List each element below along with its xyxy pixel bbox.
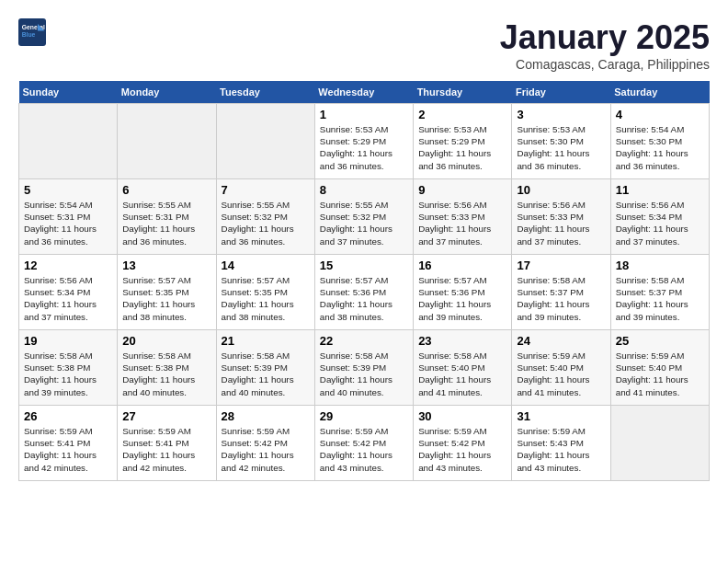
calendar-week-row: 12Sunrise: 5:56 AM Sunset: 5:34 PM Dayli… [19, 255, 710, 330]
location-subtitle: Comagascas, Caraga, Philippines [500, 57, 710, 72]
day-number: 21 [222, 334, 310, 348]
day-number: 8 [320, 183, 408, 197]
calendar-cell: 19Sunrise: 5:58 AM Sunset: 5:38 PM Dayli… [19, 330, 118, 406]
calendar-table: SundayMondayTuesdayWednesdayThursdayFrid… [18, 81, 710, 481]
weekday-header-row: SundayMondayTuesdayWednesdayThursdayFrid… [19, 81, 710, 104]
day-number: 9 [418, 183, 506, 197]
day-info: Sunrise: 5:54 AM Sunset: 5:31 PM Dayligh… [24, 199, 112, 247]
day-number: 1 [320, 108, 408, 121]
calendar-cell: 21Sunrise: 5:58 AM Sunset: 5:39 PM Dayli… [216, 330, 314, 406]
weekday-header-saturday: Saturday [610, 81, 709, 104]
day-info: Sunrise: 5:59 AM Sunset: 5:41 PM Dayligh… [122, 425, 210, 474]
day-number: 15 [320, 259, 408, 272]
calendar-cell: 7Sunrise: 5:55 AM Sunset: 5:32 PM Daylig… [216, 179, 314, 255]
day-number: 20 [122, 334, 210, 348]
day-number: 18 [616, 259, 704, 272]
calendar-cell: 12Sunrise: 5:56 AM Sunset: 5:34 PM Dayli… [19, 255, 118, 330]
day-number: 22 [320, 334, 408, 348]
weekday-header-thursday: Thursday [414, 81, 512, 104]
calendar-cell [610, 406, 709, 481]
calendar-cell: 3Sunrise: 5:53 AM Sunset: 5:30 PM Daylig… [512, 104, 610, 179]
day-number: 23 [418, 334, 506, 348]
day-number: 4 [616, 108, 704, 121]
day-number: 31 [517, 409, 605, 423]
calendar-cell: 24Sunrise: 5:59 AM Sunset: 5:40 PM Dayli… [512, 330, 610, 406]
day-number: 3 [517, 108, 605, 121]
day-info: Sunrise: 5:57 AM Sunset: 5:35 PM Dayligh… [122, 274, 210, 323]
day-number: 26 [24, 409, 112, 423]
day-info: Sunrise: 5:58 AM Sunset: 5:38 PM Dayligh… [122, 350, 210, 398]
day-info: Sunrise: 5:53 AM Sunset: 5:29 PM Dayligh… [320, 123, 408, 172]
calendar-cell: 2Sunrise: 5:53 AM Sunset: 5:29 PM Daylig… [414, 104, 512, 179]
calendar-cell: 15Sunrise: 5:57 AM Sunset: 5:36 PM Dayli… [314, 255, 413, 330]
day-number: 28 [222, 409, 310, 423]
day-info: Sunrise: 5:59 AM Sunset: 5:42 PM Dayligh… [418, 425, 506, 474]
calendar-cell: 11Sunrise: 5:56 AM Sunset: 5:34 PM Dayli… [610, 179, 709, 255]
calendar-cell: 10Sunrise: 5:56 AM Sunset: 5:33 PM Dayli… [512, 179, 610, 255]
day-info: Sunrise: 5:59 AM Sunset: 5:42 PM Dayligh… [222, 425, 310, 474]
calendar-cell [19, 104, 118, 179]
day-info: Sunrise: 5:53 AM Sunset: 5:30 PM Dayligh… [517, 123, 605, 172]
day-info: Sunrise: 5:58 AM Sunset: 5:37 PM Dayligh… [616, 274, 704, 323]
calendar-cell: 20Sunrise: 5:58 AM Sunset: 5:38 PM Dayli… [118, 330, 216, 406]
calendar-cell: 8Sunrise: 5:55 AM Sunset: 5:32 PM Daylig… [314, 179, 413, 255]
day-info: Sunrise: 5:55 AM Sunset: 5:31 PM Dayligh… [122, 199, 210, 247]
calendar-cell: 16Sunrise: 5:57 AM Sunset: 5:36 PM Dayli… [414, 255, 512, 330]
weekday-header-sunday: Sunday [19, 81, 118, 104]
day-number: 24 [517, 334, 605, 348]
weekday-header-monday: Monday [118, 81, 216, 104]
calendar-cell: 13Sunrise: 5:57 AM Sunset: 5:35 PM Dayli… [118, 255, 216, 330]
day-number: 7 [222, 183, 310, 197]
calendar-cell: 17Sunrise: 5:58 AM Sunset: 5:37 PM Dayli… [512, 255, 610, 330]
day-info: Sunrise: 5:57 AM Sunset: 5:35 PM Dayligh… [222, 274, 310, 323]
calendar-cell: 18Sunrise: 5:58 AM Sunset: 5:37 PM Dayli… [610, 255, 709, 330]
calendar-cell: 23Sunrise: 5:58 AM Sunset: 5:40 PM Dayli… [414, 330, 512, 406]
calendar-cell: 6Sunrise: 5:55 AM Sunset: 5:31 PM Daylig… [118, 179, 216, 255]
calendar-week-row: 19Sunrise: 5:58 AM Sunset: 5:38 PM Dayli… [19, 330, 710, 406]
svg-text:Blue: Blue [22, 31, 36, 38]
day-info: Sunrise: 5:59 AM Sunset: 5:40 PM Dayligh… [616, 350, 704, 398]
calendar-cell: 28Sunrise: 5:59 AM Sunset: 5:42 PM Dayli… [216, 406, 314, 481]
calendar-cell [216, 104, 314, 179]
calendar-cell: 4Sunrise: 5:54 AM Sunset: 5:30 PM Daylig… [610, 104, 709, 179]
day-info: Sunrise: 5:58 AM Sunset: 5:38 PM Dayligh… [24, 350, 112, 398]
page-header: General Blue January 2025 Comagascas, Ca… [18, 18, 710, 72]
day-info: Sunrise: 5:59 AM Sunset: 5:40 PM Dayligh… [517, 350, 605, 398]
day-info: Sunrise: 5:53 AM Sunset: 5:29 PM Dayligh… [418, 123, 506, 172]
day-number: 29 [320, 409, 408, 423]
calendar-cell: 1Sunrise: 5:53 AM Sunset: 5:29 PM Daylig… [314, 104, 413, 179]
day-info: Sunrise: 5:55 AM Sunset: 5:32 PM Dayligh… [320, 199, 408, 247]
day-info: Sunrise: 5:57 AM Sunset: 5:36 PM Dayligh… [418, 274, 506, 323]
day-info: Sunrise: 5:55 AM Sunset: 5:32 PM Dayligh… [222, 199, 310, 247]
day-info: Sunrise: 5:58 AM Sunset: 5:37 PM Dayligh… [517, 274, 605, 323]
day-number: 14 [222, 259, 310, 272]
day-number: 16 [418, 259, 506, 272]
day-number: 25 [616, 334, 704, 348]
day-info: Sunrise: 5:54 AM Sunset: 5:30 PM Dayligh… [616, 123, 704, 172]
title-block: January 2025 Comagascas, Caraga, Philipp… [500, 18, 710, 72]
day-number: 27 [122, 409, 210, 423]
calendar-cell: 14Sunrise: 5:57 AM Sunset: 5:35 PM Dayli… [216, 255, 314, 330]
day-info: Sunrise: 5:56 AM Sunset: 5:33 PM Dayligh… [517, 199, 605, 247]
day-info: Sunrise: 5:58 AM Sunset: 5:39 PM Dayligh… [320, 350, 408, 398]
calendar-cell: 31Sunrise: 5:59 AM Sunset: 5:43 PM Dayli… [512, 406, 610, 481]
day-number: 30 [418, 409, 506, 423]
day-info: Sunrise: 5:57 AM Sunset: 5:36 PM Dayligh… [320, 274, 408, 323]
calendar-cell: 27Sunrise: 5:59 AM Sunset: 5:41 PM Dayli… [118, 406, 216, 481]
calendar-week-row: 26Sunrise: 5:59 AM Sunset: 5:41 PM Dayli… [19, 406, 710, 481]
day-info: Sunrise: 5:58 AM Sunset: 5:39 PM Dayligh… [222, 350, 310, 398]
calendar-cell: 5Sunrise: 5:54 AM Sunset: 5:31 PM Daylig… [19, 179, 118, 255]
day-info: Sunrise: 5:56 AM Sunset: 5:34 PM Dayligh… [616, 199, 704, 247]
calendar-week-row: 1Sunrise: 5:53 AM Sunset: 5:29 PM Daylig… [19, 104, 710, 179]
day-info: Sunrise: 5:59 AM Sunset: 5:41 PM Dayligh… [24, 425, 112, 474]
day-number: 13 [122, 259, 210, 272]
calendar-cell: 25Sunrise: 5:59 AM Sunset: 5:40 PM Dayli… [610, 330, 709, 406]
calendar-cell: 9Sunrise: 5:56 AM Sunset: 5:33 PM Daylig… [414, 179, 512, 255]
calendar-week-row: 5Sunrise: 5:54 AM Sunset: 5:31 PM Daylig… [19, 179, 710, 255]
day-number: 6 [122, 183, 210, 197]
month-title: January 2025 [500, 18, 710, 57]
calendar-cell: 29Sunrise: 5:59 AM Sunset: 5:42 PM Dayli… [314, 406, 413, 481]
weekday-header-friday: Friday [512, 81, 610, 104]
calendar-cell: 26Sunrise: 5:59 AM Sunset: 5:41 PM Dayli… [19, 406, 118, 481]
day-info: Sunrise: 5:59 AM Sunset: 5:42 PM Dayligh… [320, 425, 408, 474]
